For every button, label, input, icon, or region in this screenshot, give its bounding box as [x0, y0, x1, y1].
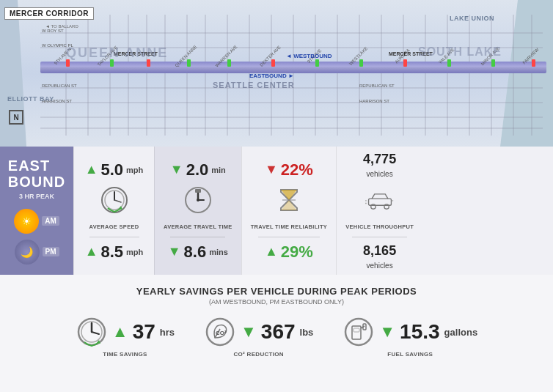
throughput-am-row: 4,775 — [363, 152, 396, 166]
svg-rect-39 — [447, 59, 451, 67]
throughput-block: 4,775 vehicles — [336, 147, 422, 275]
fuel-savings-item: ▼ 15.3 gallons FUEL SAVINGS — [343, 316, 477, 358]
travel-time-am-arrow: ▼ — [170, 162, 183, 177]
svg-rect-35 — [271, 59, 275, 67]
travel-time-values: ▼ 2.0 min AVERAGE TRAVEL TIME — [164, 162, 232, 260]
travel-time-icon — [184, 186, 212, 214]
svg-rect-95 — [354, 328, 359, 332]
north-indicator: N — [9, 110, 23, 125]
stats-content: ▲ 5.0 mph AVERAGE SPE — [73, 147, 553, 275]
svg-rect-97 — [363, 324, 366, 330]
am-icon-group: ☀ AM — [14, 209, 59, 234]
throughput-pm-unit: vehicles — [367, 262, 393, 270]
reliability-divider — [258, 237, 320, 237]
throughput-pm-row: 8,165 — [363, 244, 396, 257]
throughput-am-value: 4,775 — [363, 152, 396, 166]
svg-rect-29 — [40, 62, 546, 73]
svg-text:W ROY ST: W ROY ST — [42, 29, 64, 33]
travel-time-pm-row: ▼ 8.6 mins — [168, 244, 228, 260]
speed-pm-value: 8.5 — [101, 244, 124, 260]
map-label-queen-anne: QUEEN ANNE — [66, 45, 168, 61]
reliability-label: TRAVEL TIME RELIABILITY — [251, 223, 328, 230]
speed-pm-row: ▲ 8.5 mph — [85, 244, 144, 260]
reliability-icon-container — [274, 185, 304, 215]
co2-savings-value: 367 — [261, 322, 296, 342]
svg-text:REPUBLICAN ST: REPUBLICAN ST — [359, 84, 395, 88]
travel-time-pm-arrow: ▼ — [168, 244, 181, 259]
leaf-icon: CO² — [204, 316, 236, 348]
map-label-lake-union: LAKE UNION — [450, 15, 494, 22]
time-savings-unit: hrs — [160, 327, 175, 338]
clock-icon — [76, 316, 108, 348]
throughput-divider — [352, 237, 406, 237]
reliability-am-arrow: ▼ — [265, 162, 278, 177]
fuel-savings-arrow: ▼ — [379, 322, 395, 341]
throughput-am-unit: vehicles — [367, 170, 393, 178]
fuel-savings-row: ▼ 15.3 gallons — [343, 316, 477, 348]
moon-icon: 🌙 — [15, 240, 40, 265]
svg-text:CO²: CO² — [216, 330, 227, 336]
co2-savings-arrow: ▼ — [241, 322, 257, 341]
speed-pm-unit: mph — [126, 248, 143, 256]
svg-point-74 — [197, 199, 199, 201]
reliability-pm-value: 29% — [281, 244, 313, 260]
am-label: AM — [42, 216, 59, 226]
sun-icon: ☀ — [14, 209, 39, 234]
svg-rect-33 — [187, 59, 191, 67]
reliability-icon — [275, 186, 303, 214]
travel-time-divider — [170, 237, 225, 237]
fuel-savings-icon — [343, 316, 375, 348]
time-savings-label: TIME SAVINGS — [103, 351, 147, 358]
reliability-values: ▼ 22% TRAVEL TIME RELIABILITY — [251, 162, 328, 260]
speed-am-row: ▲ 5.0 mph — [85, 162, 144, 178]
svg-text:◄ WESTBOUND: ◄ WESTBOUND — [286, 53, 332, 59]
eastbound-label: EASTBOUND 3 HR PEAK ☀ AM 🌙 PM — [0, 147, 73, 275]
average-speed-block: ▲ 5.0 mph AVERAGE SPE — [73, 147, 154, 275]
savings-subtitle: (AM WESTBOUND, PM EASTBOUND ONLY) — [209, 298, 344, 306]
svg-rect-40 — [491, 59, 495, 67]
svg-line-67 — [114, 200, 121, 202]
average-speed-icon — [100, 186, 128, 214]
travel-time-label: AVERAGE TRAVEL TIME — [164, 223, 232, 230]
speed-pm-arrow-up: ▲ — [85, 244, 98, 259]
travel-time-pm-unit: mins — [209, 248, 228, 256]
travel-time-am-value: 2.0 — [186, 162, 209, 178]
reliability-pm-arrow: ▲ — [265, 244, 278, 259]
fuel-savings-label: FUEL SAVINGS — [387, 351, 433, 358]
co2-savings-unit: lbs — [300, 327, 314, 338]
fuel-pump-icon — [343, 316, 375, 348]
time-savings-item: ▲ 37 hrs TIME SAVINGS — [76, 316, 175, 358]
map-label-seattle-center: SEATTLE CENTER — [213, 81, 295, 89]
travel-time-am-unit: min — [211, 166, 226, 174]
speed-divider — [89, 237, 139, 237]
peak-label: 3 HR PEAK — [19, 193, 54, 200]
travel-time-pm-value: 8.6 — [184, 244, 207, 260]
svg-rect-34 — [227, 59, 231, 67]
svg-rect-38 — [403, 59, 407, 67]
time-savings-row: ▲ 37 hrs — [76, 316, 175, 348]
svg-rect-41 — [532, 59, 535, 67]
savings-section: YEARLY SAVINGS PER VEHICLE DURING PEAK P… — [0, 275, 553, 392]
savings-items: ▲ 37 hrs TIME SAVINGS CO² — [76, 316, 477, 358]
pm-icon-group: 🌙 PM — [15, 240, 59, 265]
svg-text:◄ TO BALLARD: ◄ TO BALLARD — [45, 24, 78, 29]
fuel-savings-unit: gallons — [444, 327, 478, 338]
time-savings-icon — [76, 316, 108, 348]
travel-time-block: ▼ 2.0 min AVERAGE TRAVEL TIME — [154, 147, 241, 275]
speed-values: ▲ 5.0 mph AVERAGE SPE — [83, 162, 145, 260]
map-title: MERCER CORRIDOR — [4, 7, 94, 20]
savings-title: YEARLY SAVINGS PER VEHICLE DURING PEAK P… — [136, 286, 417, 297]
co2-savings-row: CO² ▼ 367 lbs — [204, 316, 313, 348]
reliability-block: ▼ 22% TRAVEL TIME RELIABILITY — [241, 147, 337, 275]
map-label-elliott-bay: ELLIOTT BAY — [7, 95, 54, 103]
time-savings-value: 37 — [133, 322, 155, 342]
speed-label: AVERAGE SPEED — [89, 223, 139, 230]
stats-section: EASTBOUND 3 HR PEAK ☀ AM 🌙 PM ▲ 5.0 — [0, 147, 553, 275]
street-grid: 5TH AVE N TAYLOR AVE QUEEN ANNE WARREN A… — [0, 0, 553, 147]
svg-line-88 — [92, 332, 99, 334]
co2-savings-item: CO² ▼ 367 lbs CO² REDUCTION — [204, 316, 313, 358]
svg-text:REPUBLICAN ST: REPUBLICAN ST — [42, 84, 77, 88]
svg-rect-37 — [359, 59, 363, 67]
speed-am-value: 5.0 — [101, 162, 124, 178]
fuel-savings-value: 15.3 — [400, 322, 440, 342]
